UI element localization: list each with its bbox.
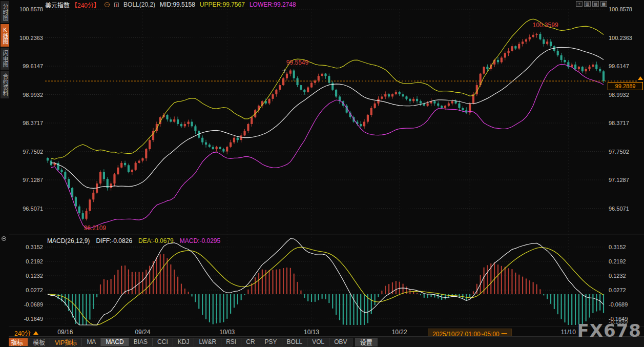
indicator-ma-button[interactable]: MA (82, 338, 101, 346)
symbol-name: 美元指数 (45, 1, 70, 9)
x-axis-label: 09/24 (135, 329, 150, 336)
svg-text:100.3599: 100.3599 (533, 22, 558, 29)
svg-text:98.3717: 98.3717 (23, 120, 43, 126)
indicator-pane-icon[interactable] (2, 236, 6, 241)
svg-text:0.1232: 0.1232 (609, 273, 626, 279)
boll-upper-value: UPPER:99.7567 (200, 1, 245, 8)
svg-text:99.5549: 99.5549 (286, 59, 309, 66)
sidebar-item-kline-chart[interactable]: K线图 (1, 24, 9, 47)
tab-vip-indicators[interactable]: VIP指标 (50, 338, 82, 346)
tab-indicators[interactable]: 指标 (6, 338, 28, 346)
svg-text:0.3152: 0.3152 (609, 244, 626, 250)
tab-templates[interactable]: 模板 (28, 338, 50, 346)
svg-text:99.6147: 99.6147 (609, 63, 629, 69)
svg-text:100.8578: 100.8578 (19, 6, 43, 12)
svg-text:0.2192: 0.2192 (609, 258, 626, 264)
boll-toggle-icon[interactable] (114, 3, 119, 7)
indicator-lwr-button[interactable]: LW&R (194, 338, 221, 346)
watermark: FX678 (577, 320, 641, 341)
svg-text:98.9932: 98.9932 (609, 92, 629, 98)
svg-text:-0.1649: -0.1649 (24, 316, 43, 322)
svg-text:97.7502: 97.7502 (609, 149, 629, 155)
macd-macd-value: MACD:-0.0295 (180, 237, 220, 244)
period-tag: 【240分】 (71, 1, 100, 9)
x-axis-label: 09/16 (57, 329, 73, 336)
add-pane-icon[interactable]: + (576, 1, 583, 7)
current-price-box: 99.2889 (608, 82, 643, 90)
indicator-psy-button[interactable]: PSY (260, 338, 282, 346)
indicator-kdj-button[interactable]: KDJ (173, 338, 195, 346)
x-axis-label: 10/13 (304, 329, 319, 336)
svg-text:96.2109: 96.2109 (84, 224, 107, 232)
svg-text:-0.0689: -0.0689 (609, 301, 628, 308)
x-axis-row: 240分 09/1609/2410/0310/1310/222025/10/27… (0, 326, 644, 336)
svg-text:96.5071: 96.5071 (23, 206, 43, 212)
svg-text:97.1287: 97.1287 (609, 177, 629, 183)
svg-text:99.6147: 99.6147 (23, 63, 43, 69)
svg-text:0.0272: 0.0272 (609, 287, 626, 293)
boll-label: BOLL(20,2) (123, 1, 155, 8)
sidebar-item-contract-info[interactable]: 合约资料 (1, 71, 9, 98)
indicator-obv-button[interactable]: OBV (329, 338, 352, 346)
svg-text:97.7502: 97.7502 (23, 149, 43, 155)
svg-text:0.3152: 0.3152 (26, 244, 43, 250)
chart-legend: 美元指数 【240分】 BOLL(20,2) MID:99.5158 UPPER… (45, 1, 301, 8)
svg-text:-0.0689: -0.0689 (24, 301, 43, 308)
period-up-icon (33, 331, 38, 335)
window-controls: + ▥ ▤ ▦ (576, 1, 607, 7)
boll-lower-value: LOWER:99.2748 (250, 1, 296, 8)
layout-rows-icon[interactable]: ▤ (592, 1, 599, 7)
sidebar-item-flash-chart[interactable]: 闪电图 (1, 48, 9, 70)
svg-text:96.5071: 96.5071 (609, 206, 629, 212)
svg-text:98.3717: 98.3717 (609, 120, 629, 126)
macd-dea-value: DEA:-0.0679 (138, 237, 174, 244)
sidebar: 分时图 K线图 闪电图 合约资料 (0, 0, 9, 347)
indicator-macd-button[interactable]: MACD (101, 338, 129, 346)
indicator-cr-button[interactable]: CR (241, 338, 260, 346)
macd-legend: MACD(26,12,9) DIFF:-0.0826 DEA:-0.0679 M… (47, 237, 226, 244)
x-axis-label: 11/10 (561, 329, 576, 336)
settings-button[interactable]: 设置 (355, 338, 378, 346)
svg-text:100.8578: 100.8578 (609, 6, 632, 12)
macd-name: MACD(26,12,9) (47, 237, 90, 244)
svg-text:100.2363: 100.2363 (19, 35, 43, 41)
svg-text:97.1287: 97.1287 (23, 177, 43, 183)
indicator-toolbar: 指标 模板 VIP指标 MA MACD BIAS CCI KDJ LW&R RS… (0, 336, 644, 347)
svg-text:98.9932: 98.9932 (23, 92, 43, 98)
x-axis-label: 10/03 (219, 329, 235, 336)
sidebar-item-timeline-chart[interactable]: 分时图 (1, 1, 9, 23)
svg-text:100.2363: 100.2363 (609, 35, 632, 41)
svg-text:0.1232: 0.1232 (26, 273, 43, 279)
collapse-icon[interactable] (105, 2, 110, 7)
svg-text:0.0272: 0.0272 (26, 287, 43, 293)
indicator-vol-button[interactable]: VOL (307, 338, 329, 346)
macd-diff-value: DIFF:-0.0826 (96, 237, 132, 244)
price-arrow-icon (638, 76, 643, 80)
indicator-boll-button[interactable]: BOLL (282, 338, 308, 346)
indicator-bias-button[interactable]: BIAS (129, 338, 153, 346)
indicator-cci-button[interactable]: CCI (153, 338, 173, 346)
chart-canvas[interactable]: 100.8578100.8578100.2363100.236399.61479… (0, 0, 644, 326)
indicator-rsi-button[interactable]: RSI (221, 338, 241, 346)
layout-grid-icon[interactable]: ▦ (600, 1, 607, 7)
x-axis-label: 10/22 (392, 329, 407, 336)
layout-columns-icon[interactable]: ▥ (584, 1, 591, 7)
svg-text:0.2192: 0.2192 (26, 258, 43, 264)
trading-app-window: 分时图 K线图 闪电图 合约资料 美元指数 【240分】 BOLL(20,2) … (0, 0, 644, 347)
boll-mid-value: MID:99.5158 (160, 1, 195, 8)
